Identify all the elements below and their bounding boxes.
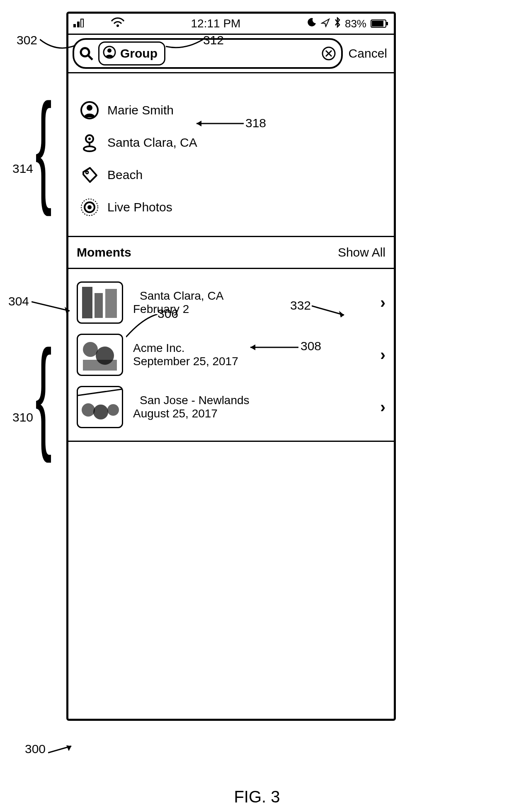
suggestion-label: Marie Smith	[107, 103, 174, 117]
search-bar: Group Cancel	[68, 35, 394, 73]
status-time: 12:11 PM	[125, 17, 307, 30]
suggestion-label: Live Photos	[107, 200, 172, 214]
suggestion-label: Beach	[107, 168, 143, 182]
tag-icon	[80, 165, 99, 184]
svg-point-10	[107, 48, 112, 53]
brace-icon: {	[35, 85, 52, 209]
svg-point-36	[107, 404, 119, 416]
suggestion-place[interactable]: Santa Clara, CA	[80, 126, 382, 159]
svg-point-15	[87, 105, 92, 111]
person-icon	[80, 101, 99, 120]
show-all-button[interactable]: Show All	[338, 245, 386, 259]
person-icon	[103, 46, 116, 62]
clear-icon[interactable]	[321, 46, 336, 61]
search-icon	[79, 46, 93, 61]
chevron-right-icon: ›	[380, 398, 386, 416]
status-bar: 12:11 PM 83%	[68, 14, 394, 35]
cancel-button[interactable]: Cancel	[349, 46, 387, 61]
result-date: September 25, 2017	[133, 355, 370, 368]
result-title: Acme Inc.	[133, 342, 370, 355]
suggestion-list: Marie Smith Santa Clara, CA Beach Live P…	[68, 73, 394, 237]
thumbnail-icon	[77, 281, 123, 324]
battery-icon	[371, 19, 389, 28]
chevron-right-icon: ›	[380, 346, 386, 364]
svg-rect-1	[77, 22, 80, 27]
svg-rect-27	[105, 289, 117, 318]
ref-302: 302	[17, 33, 37, 47]
section-header: Moments Show All	[68, 237, 394, 269]
livephotos-icon	[80, 198, 99, 217]
result-row[interactable]: Santa Clara, CA February 2 ›	[77, 276, 386, 329]
chevron-right-icon: ›	[380, 294, 386, 312]
svg-point-34	[82, 403, 95, 417]
thumbnail-icon	[77, 386, 123, 428]
svg-rect-25	[82, 287, 92, 318]
svg-rect-31	[83, 360, 117, 371]
ref-308: 308	[301, 339, 321, 353]
svg-line-38	[32, 302, 70, 311]
svg-rect-26	[95, 293, 103, 318]
suggestion-label: Santa Clara, CA	[107, 136, 197, 150]
svg-point-23	[87, 205, 92, 209]
svg-point-35	[93, 405, 108, 419]
result-date: August 25, 2017	[133, 407, 370, 420]
result-row[interactable]: Acme Inc. September 25, 2017 ›	[77, 329, 386, 381]
search-token[interactable]: Group	[98, 41, 165, 65]
svg-rect-0	[73, 24, 76, 27]
signal-icon	[73, 17, 86, 30]
suggestion-mediatype[interactable]: Live Photos	[80, 191, 382, 223]
ref-300: 300	[25, 742, 46, 756]
svg-rect-2	[81, 19, 83, 27]
ref-310: 310	[12, 410, 33, 424]
battery-pct: 83%	[345, 17, 366, 30]
svg-line-8	[88, 56, 92, 60]
svg-rect-5	[372, 21, 383, 27]
svg-rect-6	[386, 22, 388, 25]
suggestion-category[interactable]: Beach	[80, 159, 382, 191]
svg-point-29	[83, 342, 98, 357]
result-title: Santa Clara, CA	[133, 289, 370, 303]
ref-306: 306	[158, 307, 178, 321]
figure-caption: FIG. 3	[0, 788, 514, 806]
ref-314: 314	[12, 162, 33, 176]
figure-page: 12:11 PM 83%	[0, 0, 514, 812]
results-list: Santa Clara, CA February 2 › Acme Inc. S…	[68, 269, 394, 442]
nav-icon	[321, 17, 330, 30]
wifi-icon	[111, 17, 125, 30]
bluetooth-icon	[334, 17, 341, 31]
section-title: Moments	[77, 245, 131, 259]
location-icon	[80, 133, 99, 152]
ref-304: 304	[8, 294, 29, 308]
brace-icon: {	[35, 332, 52, 456]
svg-point-17	[88, 138, 91, 140]
svg-point-20	[86, 171, 88, 174]
search-token-label: Group	[120, 46, 158, 61]
arrow-icon	[48, 744, 77, 755]
ref-312: 312	[203, 33, 224, 47]
svg-point-19	[84, 146, 95, 151]
ref-318: 318	[245, 116, 266, 130]
phone-frame: 12:11 PM 83%	[66, 12, 396, 721]
svg-point-7	[81, 48, 89, 56]
svg-line-41	[48, 746, 71, 753]
thumbnail-icon	[77, 334, 123, 376]
moon-icon	[307, 17, 317, 30]
suggestion-person[interactable]: Marie Smith	[80, 94, 382, 126]
svg-point-3	[116, 24, 119, 27]
result-row[interactable]: San Jose - Newlands August 25, 2017 ›	[77, 381, 386, 433]
ref-332: 332	[290, 298, 311, 313]
result-title: San Jose - Newlands	[133, 394, 370, 407]
